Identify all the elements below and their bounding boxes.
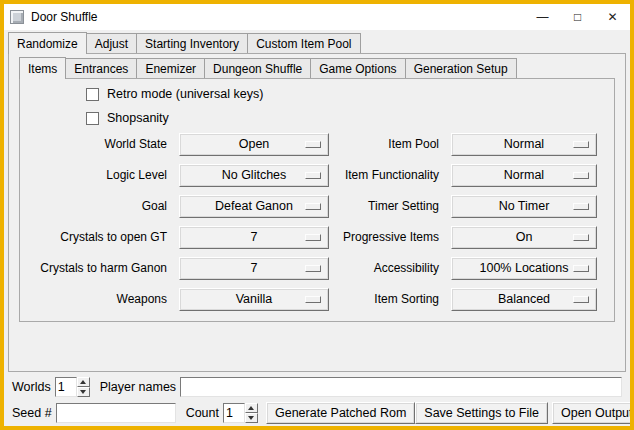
tab-entrances[interactable]: Entrances bbox=[65, 58, 137, 78]
player-names-label: Player names bbox=[100, 380, 176, 394]
timer-setting-label: Timer Setting bbox=[335, 195, 445, 218]
crystals-open-gt-dropdown[interactable]: 7 bbox=[179, 226, 329, 249]
open-output-directory-button[interactable]: Open Output Directory bbox=[552, 402, 634, 424]
item-functionality-dropdown[interactable]: Normal bbox=[451, 164, 597, 187]
menu-indicator-icon bbox=[305, 203, 321, 210]
tab-adjust[interactable]: Adjust bbox=[86, 33, 137, 53]
items-pane: Retro mode (universal keys) Shopsanity W… bbox=[19, 78, 615, 322]
checkbox-box-icon bbox=[86, 88, 99, 101]
count-input[interactable] bbox=[223, 403, 245, 423]
accessibility-label: Accessibility bbox=[335, 257, 445, 280]
count-spinner bbox=[223, 403, 258, 423]
menu-indicator-icon bbox=[305, 234, 321, 241]
menu-indicator-icon bbox=[305, 172, 321, 179]
window-content: Randomize Adjust Starting Inventory Cust… bbox=[4, 30, 630, 426]
retro-mode-checkbox[interactable]: Retro mode (universal keys) bbox=[86, 86, 263, 102]
window-controls: — □ ✕ bbox=[525, 4, 630, 30]
window-title: Door Shuffle bbox=[31, 10, 98, 24]
world-state-label: World State bbox=[21, 133, 173, 156]
settings-grid: World State Open Item Pool Normal Logic … bbox=[21, 133, 597, 311]
item-pool-dropdown[interactable]: Normal bbox=[451, 133, 597, 156]
tab-starting-inventory[interactable]: Starting Inventory bbox=[136, 33, 248, 53]
player-names-input[interactable] bbox=[180, 377, 622, 397]
titlebar: Door Shuffle — □ ✕ bbox=[4, 4, 630, 30]
item-sorting-label: Item Sorting bbox=[335, 288, 445, 311]
worlds-spinner bbox=[55, 377, 90, 397]
menu-indicator-icon bbox=[573, 265, 589, 272]
tab-items[interactable]: Items bbox=[19, 57, 66, 79]
goal-dropdown[interactable]: Defeat Ganon bbox=[179, 195, 329, 218]
shopsanity-checkbox[interactable]: Shopsanity bbox=[86, 110, 169, 126]
menu-indicator-icon bbox=[573, 141, 589, 148]
maximize-button[interactable]: □ bbox=[560, 4, 595, 30]
tab-enemizer[interactable]: Enemizer bbox=[136, 58, 205, 78]
menu-indicator-icon bbox=[573, 234, 589, 241]
tab-dungeon-shuffle[interactable]: Dungeon Shuffle bbox=[204, 58, 311, 78]
timer-setting-dropdown[interactable]: No Timer bbox=[451, 195, 597, 218]
worlds-input[interactable] bbox=[55, 377, 77, 397]
world-state-dropdown[interactable]: Open bbox=[179, 133, 329, 156]
goal-label: Goal bbox=[21, 195, 173, 218]
save-settings-button[interactable]: Save Settings to File bbox=[415, 402, 548, 424]
menu-indicator-icon bbox=[573, 172, 589, 179]
generate-patched-rom-button[interactable]: Generate Patched Rom bbox=[266, 402, 415, 424]
menu-indicator-icon bbox=[305, 265, 321, 272]
tab-game-options[interactable]: Game Options bbox=[310, 58, 405, 78]
randomize-pane: Items Entrances Enemizer Dungeon Shuffle… bbox=[8, 53, 626, 372]
menu-indicator-icon bbox=[573, 203, 589, 210]
seed-label: Seed # bbox=[12, 406, 52, 420]
menu-indicator-icon bbox=[305, 141, 321, 148]
seed-input[interactable] bbox=[56, 403, 176, 423]
checkbox-box-icon bbox=[86, 112, 99, 125]
tab-generation-setup[interactable]: Generation Setup bbox=[405, 58, 517, 78]
count-label: Count bbox=[186, 406, 219, 420]
item-sorting-dropdown[interactable]: Balanced bbox=[451, 288, 597, 311]
logic-level-dropdown[interactable]: No Glitches bbox=[179, 164, 329, 187]
progressive-items-label: Progressive Items bbox=[335, 226, 445, 249]
minimize-button[interactable]: — bbox=[525, 4, 560, 30]
crystals-harm-ganon-label: Crystals to harm Ganon bbox=[21, 257, 173, 280]
worlds-label: Worlds bbox=[12, 380, 51, 394]
weapons-label: Weapons bbox=[21, 288, 173, 311]
item-pool-label: Item Pool bbox=[335, 133, 445, 156]
worlds-row: Worlds Player names bbox=[12, 376, 622, 398]
logic-level-label: Logic Level bbox=[21, 164, 173, 187]
count-spin-down-icon[interactable] bbox=[245, 413, 258, 423]
crystals-harm-ganon-dropdown[interactable]: 7 bbox=[179, 257, 329, 280]
outer-tab-bar: Randomize Adjust Starting Inventory Cust… bbox=[8, 32, 360, 53]
menu-indicator-icon bbox=[573, 296, 589, 303]
shopsanity-label: Shopsanity bbox=[107, 111, 169, 125]
progressive-items-dropdown[interactable]: On bbox=[451, 226, 597, 249]
inner-tab-bar: Items Entrances Enemizer Dungeon Shuffle… bbox=[19, 57, 516, 78]
tab-randomize[interactable]: Randomize bbox=[8, 32, 87, 54]
app-icon[interactable] bbox=[10, 10, 24, 24]
crystals-open-gt-label: Crystals to open GT bbox=[21, 226, 173, 249]
door-shuffle-window: Door Shuffle — □ ✕ Randomize Adjust Star… bbox=[0, 0, 634, 430]
item-functionality-label: Item Functionality bbox=[335, 164, 445, 187]
worlds-spin-up-icon[interactable] bbox=[77, 377, 90, 387]
retro-mode-label: Retro mode (universal keys) bbox=[107, 87, 263, 101]
weapons-dropdown[interactable]: Vanilla bbox=[179, 288, 329, 311]
worlds-spin-down-icon[interactable] bbox=[77, 387, 90, 397]
tab-custom-item-pool[interactable]: Custom Item Pool bbox=[247, 33, 360, 53]
close-button[interactable]: ✕ bbox=[595, 4, 630, 30]
generate-row: Seed # Count Generate Patched Rom Save S… bbox=[12, 402, 622, 424]
count-spin-up-icon[interactable] bbox=[245, 403, 258, 413]
menu-indicator-icon bbox=[305, 296, 321, 303]
accessibility-dropdown[interactable]: 100% Locations bbox=[451, 257, 597, 280]
